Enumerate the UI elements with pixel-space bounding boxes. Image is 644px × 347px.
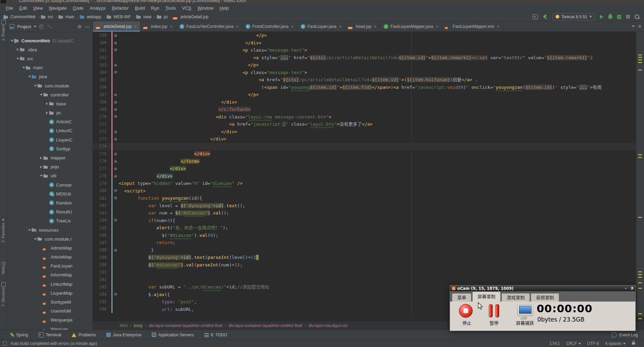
fold-marker-icon[interactable] [114,101,117,104]
menu-item-analyze[interactable]: Analyze [87,6,109,11]
code-line[interactable]: 175 </div> [93,150,644,158]
fold-gutter[interactable] [112,167,119,170]
error-stripe-mark[interactable] [638,70,642,71]
ocam-stop-button[interactable] [459,304,473,318]
code-line[interactable]: 179<input type="hidden" value="0" id="di… [93,180,644,187]
code-line[interactable]: 188 } [93,246,644,254]
menu-item-window[interactable]: Window [194,6,216,11]
fold-marker-icon[interactable] [114,293,117,296]
ocam-tab-音频录制[interactable]: 音频录制 [531,293,559,302]
code-line[interactable]: 161 <p class="message-text"> [93,46,644,54]
caret-position[interactable]: 174:1 [550,341,560,346]
tree-item[interactable]: <>FastLiuyan [7,262,93,271]
fold-gutter[interactable] [112,115,119,118]
collapsed-arrow-icon[interactable] [46,102,48,105]
tab-FrontController.java[interactable]: CFrontController.java× [242,21,297,31]
expanded-arrow-icon[interactable] [28,76,31,77]
tab-FastLiuYanController.java[interactable]: CFastLiuYanController.java× [176,21,242,31]
code-line[interactable]: 183 var num = $("#dianzan").val(); [93,209,644,217]
tree-item[interactable]: <>Wenjuanjie [7,316,93,325]
tree-item[interactable]: <>ArticleMap [7,253,93,262]
code-line[interactable]: 171 <a href="javascript:;" class="layui-… [93,120,644,128]
error-stripe-mark[interactable] [638,157,642,158]
error-stripe-mark[interactable] [638,154,642,155]
fold-marker-icon[interactable] [114,130,117,133]
ocam-close-button[interactable]: X [631,286,634,291]
fold-gutter[interactable] [112,249,119,252]
code-line[interactable]: 187 return; [93,239,644,246]
tree-item[interactable]: CRandon [7,198,93,207]
code-line[interactable]: 165 <a href="${ctx}/pc/articleDetailDeta… [93,76,644,84]
breadcrumb-item-CommonWeb[interactable]: CommonWeb [3,14,35,19]
error-stripe-mark[interactable] [638,277,642,278]
hide-panel-icon[interactable]: — [85,24,90,29]
code-line[interactable]: 174 [93,143,644,150]
code-line[interactable]: 190 $("#dianzan").val(parseInt(num)+1); [93,261,644,269]
stop-button[interactable] [626,15,630,19]
tab-index.jsp[interactable]: JSPindex.jsp× [140,21,176,31]
code-line[interactable]: 169 </c:forEach> [93,106,644,113]
tree-item[interactable]: util [7,171,93,180]
tree-item[interactable]: <>LinkurlMap [7,280,93,288]
tree-item[interactable]: <>Wenjuan [7,325,93,330]
fold-gutter[interactable] [112,293,119,296]
code-line[interactable]: 164 <p class="message-text"> [93,69,644,76]
tree-item[interactable]: <>UserinfoM [7,307,93,316]
tree-item[interactable]: CConstar [7,180,93,189]
code-line[interactable]: 163 </p> [93,61,644,69]
tab-articleDetail.jsp[interactable]: JSParticleDetail.jsp× [93,21,140,31]
tree-item[interactable]: com.module [7,81,93,90]
code-line[interactable]: 173 </div> [93,135,644,143]
error-stripe-mark[interactable] [638,271,642,272]
breadcrumb-item-pc[interactable]: pc [157,14,168,19]
code-line[interactable]: 160 </div> [93,39,644,47]
fold-marker-icon[interactable] [114,71,117,74]
fold-gutter[interactable] [112,71,119,74]
error-stripe-mark[interactable] [638,288,642,289]
coverage-button[interactable] [617,15,621,19]
code-line[interactable]: 180 <script> [93,187,644,195]
error-stripe[interactable] [636,32,644,317]
toolwindow-button-Problems[interactable]: Problems [72,333,96,337]
breadcrumb-item-main[interactable]: main [58,14,74,19]
toolwindow-button-6-TODO[interactable]: 6: TODO [204,333,227,337]
search-icon[interactable] [635,14,639,19]
ocam-title-bar[interactable]: oCam (9, 15, 1879, 1009) – X [450,285,635,291]
code-editor[interactable]: 159 </p>160 </div>161 <p class="message-… [93,32,644,317]
fold-gutter[interactable] [112,130,119,133]
code-line[interactable]: 192 [93,276,644,284]
fold-marker-icon[interactable] [114,34,117,37]
tab-FastLiuyanMapper.xml[interactable]: <>FastLiuyanMapper.xml× [442,21,503,31]
error-stripe-mark[interactable] [638,57,642,58]
stripe-label-Web[interactable]: Web [1,266,5,274]
close-icon[interactable]: × [374,24,376,29]
code-line[interactable]: 167 </p> [93,91,644,98]
run-button[interactable] [600,15,603,19]
fold-gutter[interactable] [112,160,119,163]
code-line[interactable]: 178 </div> [93,172,644,180]
element-breadcrumb-item[interactable]: html [120,323,128,328]
toolwindow-button-Application-Servers[interactable]: Application Servers [152,333,194,337]
ocam-tab-菜单[interactable]: 菜单 [452,293,471,302]
tree-item[interactable]: .idea [7,45,93,54]
code-line[interactable]: 170 <div class="layui-row message-conten… [93,113,644,121]
expanded-arrow-icon[interactable] [22,67,25,69]
line-separator[interactable]: CRLF [566,341,581,346]
close-icon[interactable]: × [291,24,293,29]
element-breadcrumb-item[interactable]: div.layui-row.layui-col- [308,323,348,328]
close-icon[interactable]: × [339,24,341,29]
fold-gutter[interactable] [112,34,119,37]
code-line[interactable]: 182 var level = $("#youyong"+id).text(); [93,202,644,210]
expanded-arrow-icon[interactable] [34,238,37,240]
menu-item-navigate[interactable]: Navigate [46,6,69,11]
expanded-arrow-icon[interactable] [28,229,31,231]
toolwindow-toggle-icon[interactable] [3,341,7,346]
fold-marker-icon[interactable] [114,175,117,178]
error-stripe-mark[interactable] [638,318,642,319]
stripe-label-1-Project[interactable]: 1: Project [1,25,5,41]
ocam-screen-capture-button[interactable] [517,304,533,316]
code-line[interactable]: 184 if(num>3){ [93,217,644,224]
fold-marker-icon[interactable] [114,115,117,118]
breadcrumb-item-articleDetail.jsp[interactable]: JSParticleDetail.jsp [173,14,208,19]
fold-marker-icon[interactable] [114,93,117,96]
